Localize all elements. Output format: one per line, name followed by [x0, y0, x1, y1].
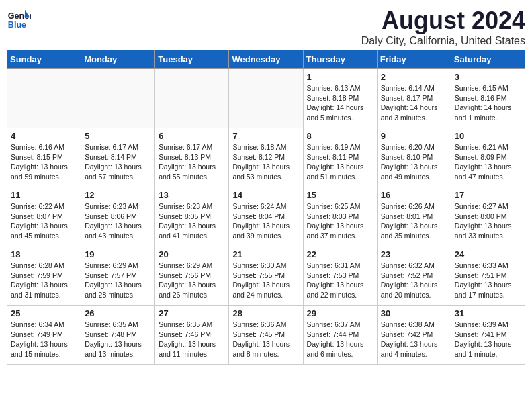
- weekday-header-cell: Tuesday: [155, 50, 229, 69]
- day-number: 31: [455, 308, 521, 318]
- calendar-day-cell: 23Sunrise: 6:32 AM Sunset: 7:52 PM Dayli…: [377, 246, 451, 306]
- day-number: 3: [455, 72, 521, 82]
- weekday-header-cell: Wednesday: [229, 50, 303, 69]
- calendar-day-cell: 9Sunrise: 6:20 AM Sunset: 8:10 PM Daylig…: [377, 128, 451, 187]
- day-info: Sunrise: 6:32 AM Sunset: 7:52 PM Dayligh…: [381, 261, 447, 300]
- calendar-day-cell: 13Sunrise: 6:23 AM Sunset: 8:05 PM Dayli…: [155, 187, 229, 246]
- day-info: Sunrise: 6:33 AM Sunset: 7:51 PM Dayligh…: [455, 261, 521, 300]
- day-info: Sunrise: 6:27 AM Sunset: 8:00 PM Dayligh…: [455, 201, 521, 241]
- day-info: Sunrise: 6:19 AM Sunset: 8:11 PM Dayligh…: [307, 142, 373, 182]
- day-info: Sunrise: 6:16 AM Sunset: 8:15 PM Dayligh…: [11, 142, 77, 182]
- day-number: 1: [307, 72, 373, 82]
- calendar-day-cell: 6Sunrise: 6:17 AM Sunset: 8:13 PM Daylig…: [155, 128, 229, 187]
- calendar-day-cell: 8Sunrise: 6:19 AM Sunset: 8:11 PM Daylig…: [303, 128, 377, 187]
- day-info: Sunrise: 6:26 AM Sunset: 8:01 PM Dayligh…: [381, 201, 447, 241]
- calendar-day-cell: 11Sunrise: 6:22 AM Sunset: 8:07 PM Dayli…: [7, 187, 81, 246]
- day-info: Sunrise: 6:29 AM Sunset: 7:57 PM Dayligh…: [85, 261, 151, 300]
- calendar-day-cell: 5Sunrise: 6:17 AM Sunset: 8:14 PM Daylig…: [81, 128, 155, 187]
- day-number: 15: [307, 190, 373, 200]
- day-info: Sunrise: 6:17 AM Sunset: 8:14 PM Dayligh…: [85, 142, 151, 182]
- day-number: 22: [307, 249, 373, 259]
- calendar-week-row: 1Sunrise: 6:13 AM Sunset: 8:18 PM Daylig…: [7, 69, 525, 128]
- day-info: Sunrise: 6:29 AM Sunset: 7:56 PM Dayligh…: [159, 261, 225, 300]
- calendar-day-cell: 1Sunrise: 6:13 AM Sunset: 8:18 PM Daylig…: [303, 69, 377, 128]
- logo-icon: General Blue: [7, 7, 31, 31]
- day-info: Sunrise: 6:35 AM Sunset: 7:46 PM Dayligh…: [159, 320, 225, 359]
- month-year-title: August 2024: [361, 7, 525, 35]
- day-number: 4: [11, 131, 77, 141]
- day-info: Sunrise: 6:39 AM Sunset: 7:41 PM Dayligh…: [455, 320, 521, 359]
- day-number: 11: [11, 190, 77, 200]
- calendar-week-row: 25Sunrise: 6:34 AM Sunset: 7:49 PM Dayli…: [7, 306, 525, 365]
- day-number: 8: [307, 131, 373, 141]
- calendar-day-cell: 22Sunrise: 6:31 AM Sunset: 7:53 PM Dayli…: [303, 246, 377, 306]
- day-info: Sunrise: 6:15 AM Sunset: 8:16 PM Dayligh…: [455, 83, 521, 123]
- calendar-day-cell: 4Sunrise: 6:16 AM Sunset: 8:15 PM Daylig…: [7, 128, 81, 187]
- day-number: 23: [381, 249, 447, 259]
- day-number: 20: [159, 249, 225, 259]
- day-info: Sunrise: 6:28 AM Sunset: 7:59 PM Dayligh…: [11, 261, 77, 300]
- weekday-header-cell: Friday: [377, 50, 451, 69]
- day-info: Sunrise: 6:25 AM Sunset: 8:03 PM Dayligh…: [307, 201, 373, 241]
- day-number: 26: [85, 308, 151, 318]
- calendar-day-cell: [229, 69, 303, 128]
- weekday-header-row: SundayMondayTuesdayWednesdayThursdayFrid…: [7, 50, 525, 69]
- day-number: 24: [455, 249, 521, 259]
- calendar-table: SundayMondayTuesdayWednesdayThursdayFrid…: [7, 50, 525, 365]
- calendar-day-cell: 21Sunrise: 6:30 AM Sunset: 7:55 PM Dayli…: [229, 246, 303, 306]
- day-number: 9: [381, 131, 447, 141]
- calendar-day-cell: 2Sunrise: 6:14 AM Sunset: 8:17 PM Daylig…: [377, 69, 451, 128]
- day-number: 27: [159, 308, 225, 318]
- calendar-day-cell: 18Sunrise: 6:28 AM Sunset: 7:59 PM Dayli…: [7, 246, 81, 306]
- calendar-day-cell: 28Sunrise: 6:36 AM Sunset: 7:45 PM Dayli…: [229, 306, 303, 365]
- svg-text:Blue: Blue: [8, 20, 26, 30]
- calendar-day-cell: 12Sunrise: 6:23 AM Sunset: 8:06 PM Dayli…: [81, 187, 155, 246]
- day-number: 6: [159, 131, 225, 141]
- day-info: Sunrise: 6:18 AM Sunset: 8:12 PM Dayligh…: [232, 142, 299, 182]
- day-info: Sunrise: 6:13 AM Sunset: 8:18 PM Dayligh…: [307, 83, 373, 123]
- day-number: 12: [85, 190, 151, 200]
- weekday-header-cell: Saturday: [451, 50, 525, 69]
- weekday-header-cell: Thursday: [303, 50, 377, 69]
- calendar-day-cell: 31Sunrise: 6:39 AM Sunset: 7:41 PM Dayli…: [451, 306, 525, 365]
- day-number: 17: [455, 190, 521, 200]
- header: General Blue August 2024 Daly City, Cali…: [7, 7, 525, 47]
- calendar-day-cell: 24Sunrise: 6:33 AM Sunset: 7:51 PM Dayli…: [451, 246, 525, 306]
- day-info: Sunrise: 6:35 AM Sunset: 7:48 PM Dayligh…: [85, 320, 151, 359]
- calendar-day-cell: 30Sunrise: 6:38 AM Sunset: 7:42 PM Dayli…: [377, 306, 451, 365]
- day-info: Sunrise: 6:34 AM Sunset: 7:49 PM Dayligh…: [11, 320, 77, 359]
- day-number: 14: [232, 190, 299, 200]
- calendar-day-cell: 10Sunrise: 6:21 AM Sunset: 8:09 PM Dayli…: [451, 128, 525, 187]
- location-subtitle: Daly City, California, United States: [361, 35, 525, 47]
- day-number: 29: [307, 308, 373, 318]
- calendar-day-cell: 15Sunrise: 6:25 AM Sunset: 8:03 PM Dayli…: [303, 187, 377, 246]
- day-number: 16: [381, 190, 447, 200]
- day-info: Sunrise: 6:30 AM Sunset: 7:55 PM Dayligh…: [232, 261, 299, 300]
- day-number: 5: [85, 131, 151, 141]
- calendar-week-row: 18Sunrise: 6:28 AM Sunset: 7:59 PM Dayli…: [7, 246, 525, 306]
- day-number: 10: [455, 131, 521, 141]
- logo: General Blue: [7, 7, 31, 31]
- calendar-day-cell: [155, 69, 229, 128]
- calendar-day-cell: 19Sunrise: 6:29 AM Sunset: 7:57 PM Dayli…: [81, 246, 155, 306]
- day-info: Sunrise: 6:24 AM Sunset: 8:04 PM Dayligh…: [232, 201, 299, 241]
- day-number: 13: [159, 190, 225, 200]
- calendar-day-cell: 26Sunrise: 6:35 AM Sunset: 7:48 PM Dayli…: [81, 306, 155, 365]
- day-number: 25: [11, 308, 77, 318]
- day-number: 19: [85, 249, 151, 259]
- day-info: Sunrise: 6:14 AM Sunset: 8:17 PM Dayligh…: [381, 83, 447, 123]
- day-number: 30: [381, 308, 447, 318]
- calendar-day-cell: 7Sunrise: 6:18 AM Sunset: 8:12 PM Daylig…: [229, 128, 303, 187]
- day-number: 28: [232, 308, 299, 318]
- day-number: 18: [11, 249, 77, 259]
- calendar-day-cell: 20Sunrise: 6:29 AM Sunset: 7:56 PM Dayli…: [155, 246, 229, 306]
- day-info: Sunrise: 6:23 AM Sunset: 8:06 PM Dayligh…: [85, 201, 151, 241]
- calendar-body: 1Sunrise: 6:13 AM Sunset: 8:18 PM Daylig…: [7, 69, 525, 365]
- day-info: Sunrise: 6:22 AM Sunset: 8:07 PM Dayligh…: [11, 201, 77, 241]
- title-area: August 2024 Daly City, California, Unite…: [361, 7, 525, 47]
- calendar-day-cell: 16Sunrise: 6:26 AM Sunset: 8:01 PM Dayli…: [377, 187, 451, 246]
- calendar-day-cell: 27Sunrise: 6:35 AM Sunset: 7:46 PM Dayli…: [155, 306, 229, 365]
- day-info: Sunrise: 6:37 AM Sunset: 7:44 PM Dayligh…: [307, 320, 373, 359]
- day-info: Sunrise: 6:36 AM Sunset: 7:45 PM Dayligh…: [232, 320, 299, 359]
- calendar-day-cell: [81, 69, 155, 128]
